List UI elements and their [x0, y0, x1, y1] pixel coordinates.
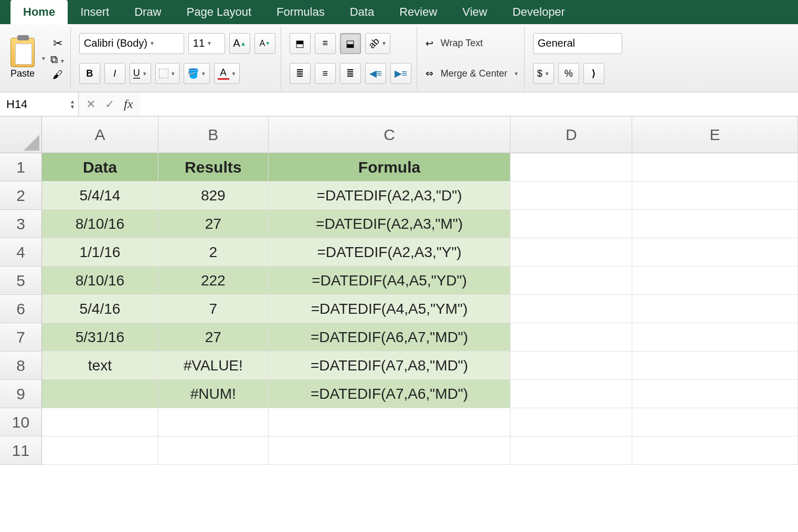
cell-D9[interactable] [510, 380, 632, 408]
chevron-down-icon[interactable]: ▼ [41, 56, 46, 61]
row-header-6[interactable]: 6 [0, 295, 42, 323]
cell-D10[interactable] [510, 408, 632, 437]
cell-C3[interactable]: =DATEDIF(A2,A3,"M") [269, 210, 511, 238]
bold-button[interactable]: B [79, 63, 100, 84]
cell-C2[interactable]: =DATEDIF(A2,A3,"D") [269, 182, 511, 210]
cell-D3[interactable] [510, 210, 632, 238]
column-header-C[interactable]: C [269, 116, 511, 153]
tab-formulas[interactable]: Formulas [264, 0, 337, 24]
decrease-indent-button[interactable]: ◀≡ [365, 63, 386, 84]
tab-insert[interactable]: Insert [68, 0, 122, 24]
cell-A3[interactable]: 8/10/16 [42, 210, 158, 238]
cell-A11[interactable] [42, 437, 158, 465]
number-format-select[interactable]: General [533, 33, 622, 54]
cell-C8[interactable]: =DATEDIF(A7,A8,"MD") [269, 352, 511, 380]
cell-C10[interactable] [269, 408, 511, 437]
tab-view[interactable]: View [450, 0, 499, 24]
formula-input[interactable] [140, 92, 798, 116]
cell-B3[interactable]: 27 [158, 210, 269, 238]
increase-font-button[interactable]: A▲ [229, 33, 250, 54]
comma-button[interactable]: ⟩ [583, 63, 604, 84]
align-top-button[interactable]: ⬒ [290, 33, 311, 54]
tab-developer[interactable]: Developer [500, 0, 578, 24]
cell-E5[interactable] [632, 267, 798, 295]
tab-page-layout[interactable]: Page Layout [174, 0, 264, 24]
spreadsheet-grid[interactable]: ABCDE 1234567891011 DataResultsFormula5/… [0, 116, 798, 532]
cell-E6[interactable] [632, 295, 798, 323]
cell-B7[interactable]: 27 [158, 323, 269, 352]
tab-draw[interactable]: Draw [122, 0, 174, 24]
cut-icon[interactable]: ✂ [53, 37, 62, 50]
align-left-button[interactable]: ≣ [290, 63, 311, 84]
enter-icon[interactable]: ✓ [105, 98, 114, 111]
row-header-4[interactable]: 4 [0, 238, 42, 267]
fx-icon[interactable]: fx [124, 97, 133, 111]
percent-button[interactable]: % [558, 63, 579, 84]
cell-B5[interactable]: 222 [158, 267, 269, 295]
cell-C9[interactable]: =DATEDIF(A7,A6,"MD") [269, 380, 511, 408]
tab-review[interactable]: Review [387, 0, 450, 24]
fill-color-button[interactable]: 🪣▼ [184, 63, 210, 84]
cell-E9[interactable] [632, 380, 798, 408]
row-header-5[interactable]: 5 [0, 267, 42, 295]
cell-D7[interactable] [510, 323, 632, 352]
merge-center-button[interactable]: Merge & Center [441, 68, 507, 79]
column-header-A[interactable]: A [42, 116, 158, 153]
name-box-spinner[interactable]: ▲▼ [70, 99, 75, 110]
chevron-down-icon[interactable]: ▼ [514, 71, 519, 77]
cell-B2[interactable]: 829 [158, 182, 269, 210]
italic-button[interactable]: I [104, 63, 125, 84]
cell-B1[interactable]: Results [158, 153, 269, 182]
cell-C11[interactable] [269, 437, 511, 465]
cell-A8[interactable]: text [42, 352, 158, 380]
row-header-7[interactable]: 7 [0, 323, 42, 352]
row-header-2[interactable]: 2 [0, 182, 42, 210]
format-painter-icon[interactable]: 🖌 [52, 69, 63, 81]
cancel-icon[interactable]: ✕ [86, 98, 95, 111]
cell-B8[interactable]: #VALUE! [158, 352, 269, 380]
copy-icon[interactable]: ⧉▼ [50, 54, 65, 66]
column-header-E[interactable]: E [632, 116, 798, 153]
cell-E10[interactable] [632, 408, 798, 437]
cell-C7[interactable]: =DATEDIF(A6,A7,"MD") [269, 323, 511, 352]
cell-A7[interactable]: 5/31/16 [42, 323, 158, 352]
cell-A10[interactable] [42, 408, 158, 437]
tab-home[interactable]: Home [10, 0, 68, 24]
cell-A1[interactable]: Data [42, 153, 158, 182]
cell-A5[interactable]: 8/10/16 [42, 267, 158, 295]
paste-button[interactable]: Paste [10, 38, 35, 79]
cell-E11[interactable] [632, 437, 798, 465]
name-box[interactable]: H14 ▲▼ [0, 92, 79, 116]
cell-D5[interactable] [510, 267, 632, 295]
cell-D2[interactable] [510, 182, 632, 210]
row-header-1[interactable]: 1 [0, 153, 42, 182]
row-header-11[interactable]: 11 [0, 437, 42, 465]
align-bottom-button[interactable]: ⬓ [340, 33, 361, 54]
cell-D11[interactable] [510, 437, 632, 465]
cell-A4[interactable]: 1/1/16 [42, 238, 158, 267]
cell-E4[interactable] [632, 238, 798, 267]
cell-B9[interactable]: #NUM! [158, 380, 269, 408]
row-header-8[interactable]: 8 [0, 352, 42, 380]
cell-C1[interactable]: Formula [269, 153, 511, 182]
align-right-button[interactable]: ≣ [340, 63, 361, 84]
column-header-B[interactable]: B [158, 116, 269, 153]
wrap-text-button[interactable]: Wrap Text [441, 38, 483, 49]
cell-B6[interactable]: 7 [158, 295, 269, 323]
underline-button[interactable]: U▼ [130, 63, 151, 84]
cell-E3[interactable] [632, 210, 798, 238]
row-header-3[interactable]: 3 [0, 210, 42, 238]
align-center-button[interactable]: ≡ [315, 63, 336, 84]
column-header-D[interactable]: D [510, 116, 632, 153]
cell-E7[interactable] [632, 323, 798, 352]
cell-B10[interactable] [158, 408, 269, 437]
cell-D1[interactable] [510, 153, 632, 182]
select-all-corner[interactable] [0, 116, 42, 153]
row-header-9[interactable]: 9 [0, 380, 42, 408]
font-name-select[interactable]: Calibri (Body)▼ [79, 33, 184, 54]
increase-indent-button[interactable]: ▶≡ [390, 63, 411, 84]
currency-button[interactable]: $▼ [533, 63, 554, 84]
borders-button[interactable]: ▼ [155, 63, 179, 84]
cell-C5[interactable]: =DATEDIF(A4,A5,"YD") [269, 267, 511, 295]
orientation-button[interactable]: ab▼ [365, 33, 390, 54]
